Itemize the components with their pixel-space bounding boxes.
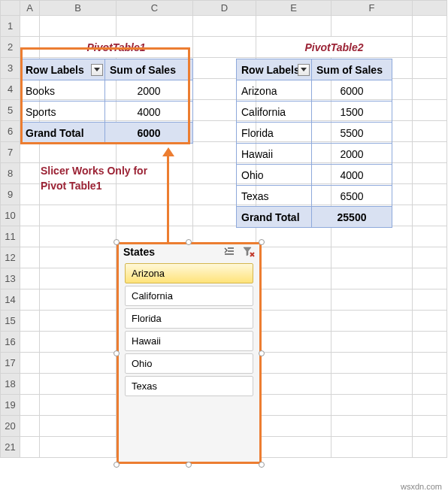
table-row[interactable]: Books2000 — [21, 80, 193, 102]
cell[interactable] — [413, 416, 447, 437]
cell[interactable] — [20, 205, 40, 226]
cell[interactable] — [117, 142, 193, 163]
cell[interactable] — [413, 247, 447, 268]
row-header[interactable]: 17 — [1, 353, 20, 374]
cell[interactable] — [413, 268, 447, 289]
pivot-table-2[interactable]: Row Labels Sum of Sales Arizona6000 Cali… — [236, 59, 392, 228]
pivot1-rowlabels-header[interactable]: Row Labels — [21, 59, 105, 80]
cell[interactable] — [256, 226, 331, 247]
cell[interactable] — [256, 16, 331, 37]
cell[interactable] — [20, 332, 40, 353]
row-header[interactable]: 11 — [1, 226, 20, 247]
cell[interactable] — [331, 332, 413, 353]
cell[interactable] — [331, 416, 413, 437]
cell[interactable] — [20, 268, 40, 289]
clear-filter-icon[interactable] — [243, 247, 255, 257]
pivot-table-1[interactable]: Row Labels Sum of Sales Books2000 Sports… — [20, 59, 193, 144]
row-header[interactable]: 19 — [1, 395, 20, 416]
cell[interactable] — [20, 374, 40, 395]
cell[interactable] — [40, 332, 117, 353]
cell[interactable] — [256, 289, 331, 311]
table-row[interactable]: Sports4000 — [21, 102, 193, 123]
cell[interactable] — [256, 353, 331, 374]
cell[interactable] — [413, 332, 447, 353]
cell[interactable] — [20, 184, 40, 205]
col-header[interactable]: C — [117, 1, 193, 16]
slicer-item-hawaii[interactable]: Hawaii — [125, 331, 253, 351]
filter-dropdown-icon[interactable] — [91, 64, 103, 76]
cell[interactable] — [413, 205, 447, 226]
cell[interactable] — [331, 395, 413, 416]
cell[interactable] — [413, 163, 447, 184]
cell[interactable] — [413, 226, 447, 247]
cell[interactable] — [20, 142, 40, 163]
cell[interactable] — [256, 332, 331, 353]
cell[interactable] — [413, 184, 447, 205]
cell[interactable] — [40, 142, 117, 163]
cell[interactable] — [117, 16, 193, 37]
cell[interactable] — [331, 437, 413, 458]
cell[interactable] — [256, 416, 331, 437]
cell[interactable] — [413, 395, 447, 416]
cell[interactable] — [117, 205, 193, 226]
table-row[interactable]: Ohio4000 — [237, 165, 392, 186]
row-header[interactable]: 16 — [1, 332, 20, 353]
resize-handle[interactable] — [114, 462, 120, 468]
cell[interactable] — [40, 205, 117, 226]
cell[interactable] — [331, 353, 413, 374]
row-header[interactable]: 20 — [1, 416, 20, 437]
cell[interactable] — [40, 268, 117, 289]
cell[interactable] — [40, 374, 117, 395]
cell[interactable] — [193, 37, 256, 58]
col-header[interactable]: F — [331, 1, 413, 16]
slicer-item-california[interactable]: California — [125, 286, 253, 306]
table-row[interactable]: California1500 — [237, 102, 392, 123]
cell[interactable] — [331, 374, 413, 395]
row-header[interactable]: 15 — [1, 311, 20, 332]
cell[interactable] — [256, 437, 331, 458]
cell[interactable] — [20, 416, 40, 437]
cell[interactable] — [40, 416, 117, 437]
cell[interactable] — [331, 268, 413, 289]
slicer-item-texas[interactable]: Texas — [125, 376, 253, 396]
cell[interactable] — [413, 353, 447, 374]
cell[interactable] — [40, 395, 117, 416]
cell[interactable] — [413, 100, 447, 121]
cell[interactable] — [331, 226, 413, 247]
resize-handle[interactable] — [259, 462, 265, 468]
col-header[interactable]: B — [40, 1, 117, 16]
cell[interactable] — [40, 353, 117, 374]
cell[interactable] — [256, 268, 331, 289]
row-header[interactable]: 2 — [1, 37, 20, 58]
cell[interactable] — [331, 311, 413, 332]
grand-total-row[interactable]: Grand Total6000 — [21, 123, 193, 144]
cell[interactable] — [413, 37, 447, 58]
col-header[interactable]: E — [256, 1, 331, 16]
cell[interactable] — [413, 311, 447, 332]
cell[interactable] — [331, 16, 413, 37]
slicer-item-arizona[interactable]: Arizona — [125, 263, 253, 283]
slicer-item-florida[interactable]: Florida — [125, 308, 253, 329]
cell[interactable] — [413, 374, 447, 395]
row-header[interactable]: 6 — [1, 121, 20, 142]
col-header[interactable]: A — [20, 1, 40, 16]
table-row[interactable]: Texas6500 — [237, 186, 392, 207]
cell[interactable] — [331, 247, 413, 268]
row-header[interactable]: 8 — [1, 163, 20, 184]
cell[interactable] — [256, 247, 331, 268]
cell[interactable] — [413, 58, 447, 79]
grand-total-row[interactable]: Grand Total25500 — [237, 207, 392, 228]
row-header[interactable]: 13 — [1, 268, 20, 289]
col-header[interactable] — [413, 1, 447, 16]
cell[interactable] — [20, 37, 40, 58]
row-header[interactable]: 1 — [1, 16, 20, 37]
cell[interactable] — [20, 437, 40, 458]
cell[interactable] — [413, 142, 447, 163]
cell[interactable] — [40, 226, 117, 247]
filter-dropdown-icon[interactable] — [298, 64, 310, 76]
row-header[interactable]: 3 — [1, 58, 20, 79]
slicer-states[interactable]: States Arizona California Florida Hawaii… — [117, 242, 262, 464]
pivot2-rowlabels-header[interactable]: Row Labels — [237, 59, 312, 80]
cell[interactable] — [256, 311, 331, 332]
table-row[interactable]: Hawaii2000 — [237, 144, 392, 165]
